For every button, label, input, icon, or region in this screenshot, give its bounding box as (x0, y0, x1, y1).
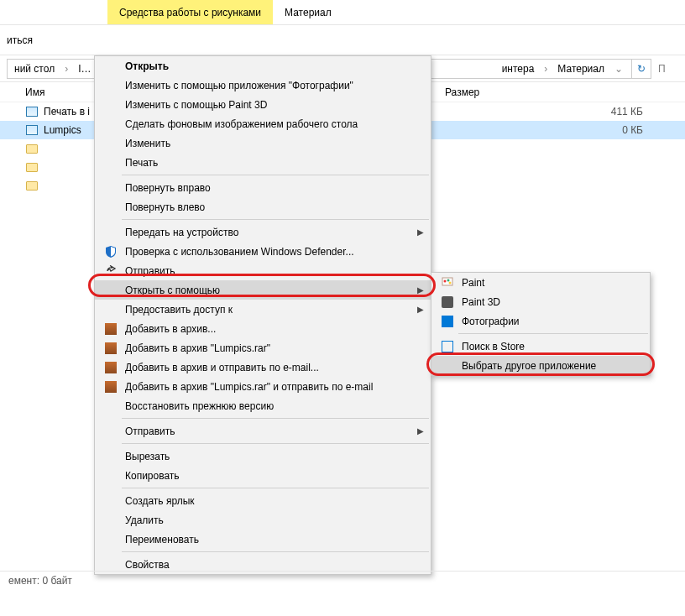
menu-defender[interactable]: Проверка с использованием Windows Defend… (95, 242, 431, 261)
ribbon-tab-material[interactable]: Материал (273, 0, 343, 24)
rar-icon (102, 379, 120, 394)
chevron-down-icon[interactable]: ⌄ (611, 63, 626, 75)
menu-share[interactable]: Отправить (95, 261, 431, 280)
chevron-right-icon[interactable]: › (61, 63, 71, 75)
menu-send-to[interactable]: Отправить▶ (95, 421, 431, 441)
separator (122, 175, 429, 175)
separator (122, 488, 429, 488)
separator (122, 443, 429, 444)
shield-icon (102, 244, 120, 259)
submenu-arrow-icon: ▶ (410, 285, 424, 295)
submenu-paint[interactable]: Paint (431, 273, 650, 292)
submenu-arrow-icon: ▶ (410, 426, 424, 436)
toolbar: иться (0, 25, 685, 55)
breadcrumb-material[interactable]: Материал (556, 63, 606, 75)
submenu-photos[interactable]: Фотографии (431, 311, 650, 331)
image-file-icon (25, 123, 39, 137)
menu-add-lumpics-rar[interactable]: Добавить в архив "Lumpics.rar" (95, 338, 431, 358)
menu-open[interactable]: Открыть (95, 56, 431, 76)
rar-icon (102, 321, 120, 337)
status-text: емент: 0 байт (8, 575, 72, 587)
submenu-paint3d[interactable]: Paint 3D (431, 292, 650, 311)
svg-point-3 (449, 281, 452, 284)
menu-edit[interactable]: Изменить (95, 133, 431, 153)
menu-print[interactable]: Печать (95, 153, 431, 172)
paint3d-icon (438, 295, 457, 310)
svg-point-1 (444, 279, 447, 282)
menu-add-archive-email[interactable]: Добавить в архив и отправить по e-mail..… (95, 358, 431, 377)
chevron-right-icon[interactable]: › (541, 63, 551, 75)
menu-open-with[interactable]: Открыть с помощью▶ (95, 280, 431, 300)
menu-cast[interactable]: Передать на устройство▶ (95, 222, 431, 242)
menu-add-archive[interactable]: Добавить в архив... (95, 319, 431, 338)
share-icon (102, 264, 120, 279)
paint-icon (438, 275, 457, 290)
breadcrumb-printer[interactable]: интера (500, 63, 536, 75)
separator (458, 333, 648, 334)
submenu-arrow-icon: ▶ (410, 305, 424, 314)
toolbar-fragment: иться (7, 34, 52, 46)
photos-icon (438, 314, 457, 329)
context-menu: Открыть Изменить с помощью приложения "Ф… (94, 55, 431, 575)
status-bar: емент: 0 байт (0, 571, 685, 589)
store-icon (438, 339, 457, 354)
folder-icon (25, 179, 39, 192)
menu-edit-photos[interactable]: Изменить с помощью приложения "Фотографи… (95, 76, 431, 95)
submenu-choose-another[interactable]: Выбрать другое приложение (431, 356, 650, 375)
menu-cut[interactable]: Вырезать (95, 446, 431, 466)
open-with-submenu: Paint Paint 3D Фотографии Поиск в Store … (431, 272, 651, 376)
column-size[interactable]: Размер (445, 86, 546, 98)
menu-copy[interactable]: Копировать (95, 466, 431, 485)
menu-restore-version[interactable]: Восстановить прежнюю версию (95, 396, 431, 415)
search-box-fragment[interactable]: П (658, 63, 678, 75)
folder-icon (25, 160, 39, 174)
ribbon-tab-picture-tools[interactable]: Средства работы с рисунками (107, 0, 273, 24)
rar-icon (102, 341, 120, 356)
file-size: 411 КБ (584, 106, 685, 117)
menu-create-shortcut[interactable]: Создать ярлык (95, 491, 431, 510)
menu-give-access[interactable]: Предоставить доступ к▶ (95, 300, 431, 319)
menu-add-lumpics-email[interactable]: Добавить в архив "Lumpics.rar" и отправи… (95, 377, 431, 396)
file-name: Печать в і (44, 106, 90, 117)
menu-rename[interactable]: Переименовать (95, 530, 431, 549)
file-name: Lumpics (44, 124, 81, 136)
separator (122, 219, 429, 220)
submenu-store[interactable]: Поиск в Store (431, 337, 650, 356)
breadcrumb-truncated[interactable]: I… (76, 63, 92, 75)
ribbon-tabs: Средства работы с рисунками Материал (0, 0, 685, 25)
menu-edit-paint3d[interactable]: Изменить с помощью Paint 3D (95, 95, 431, 114)
image-file-icon (25, 105, 39, 118)
file-size: 0 КБ (584, 124, 685, 136)
menu-rotate-right[interactable]: Повернуть вправо (95, 178, 431, 197)
rar-icon (102, 360, 120, 375)
menu-rotate-left[interactable]: Повернуть влево (95, 197, 431, 217)
menu-set-wallpaper[interactable]: Сделать фоновым изображением рабочего ст… (95, 114, 431, 133)
submenu-arrow-icon: ▶ (410, 227, 424, 237)
menu-delete[interactable]: Удалить (95, 510, 431, 530)
separator (122, 551, 429, 552)
folder-icon (25, 142, 39, 155)
separator (122, 418, 429, 419)
refresh-icon[interactable]: ↻ (631, 59, 651, 79)
svg-point-2 (447, 279, 450, 281)
breadcrumb-desktop[interactable]: ний стол (13, 63, 56, 75)
